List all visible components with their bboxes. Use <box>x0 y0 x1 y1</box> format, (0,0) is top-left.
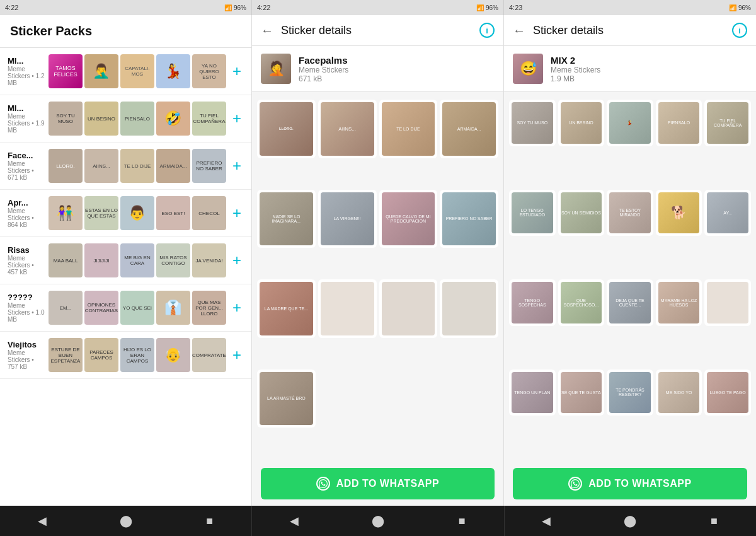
sticker-cell[interactable]: QUE SOSPECHOSO... <box>558 279 605 326</box>
pack-name-mix2: MIX 2 <box>551 55 600 66</box>
pack-meta: Meme Stickers • 864 kB <box>8 207 45 228</box>
list-item[interactable]: ????? Meme Stickers • 1.0 MB EM... OPINI… <box>0 284 251 332</box>
info-button-2[interactable]: i <box>479 23 495 38</box>
sticker-cell[interactable]: 💃 <box>607 100 653 146</box>
preview-thumb: COMPRATATE <box>192 338 226 372</box>
sticker-cell[interactable]: SÉ QUE TE GUSTA <box>558 370 605 416</box>
sticker-grid-facepalms: LLORO. AIINS... TE LO DIJE ARMAIDA... NA… <box>252 95 503 462</box>
sticker-cell[interactable]: ME SIDO YO <box>656 370 702 416</box>
recents-nav-button-3[interactable]: ■ <box>704 511 724 531</box>
sticker-cell[interactable]: QUEDE CALVO DE MI PREOCUPACION <box>379 190 438 248</box>
whatsapp-icon-3 <box>568 477 582 491</box>
panel-detail-facepalms: ← Sticker details i 🤦 Facepalms Meme Sti… <box>252 15 504 506</box>
add-to-whatsapp-button-3[interactable]: ADD TO WHATSAPP <box>513 468 747 499</box>
list-item[interactable]: Viejitos Meme Stickers • 757 kB ESTUBE D… <box>0 332 251 379</box>
sticker-cell[interactable]: LA VIRGEN!!! <box>318 190 377 248</box>
whatsapp-icon-2 <box>316 477 330 491</box>
add-pack-button[interactable]: + <box>230 344 244 366</box>
info-button-3[interactable]: i <box>732 23 747 38</box>
panel-sticker-packs: Sticker Packs MI... Meme Stickers • 1.2 … <box>0 15 252 506</box>
preview-thumb: 👫 <box>49 196 83 230</box>
pack-info-mix2: 😅 MIX 2 Meme Stickers 1.9 MB <box>504 46 756 92</box>
preview-thumb: AIINS... <box>84 149 118 183</box>
home-nav-button-1[interactable]: ⬤ <box>116 511 136 531</box>
recents-nav-button-2[interactable]: ■ <box>452 511 472 531</box>
back-button-2[interactable]: ← <box>261 23 273 38</box>
sticker-cell[interactable]: LO TENGO ESTUDIADO <box>509 190 556 236</box>
sticker-cell[interactable]: PREFIERO NO SABER <box>440 190 498 248</box>
add-to-whatsapp-button-2[interactable]: ADD TO WHATSAPP <box>261 468 495 499</box>
sticker-cell[interactable]: AY... <box>704 190 751 236</box>
list-item[interactable]: MI... Meme Stickers • 1.2 MB TAMOS FELIC… <box>0 48 251 95</box>
pack-meta: Meme Stickers • 1.2 MB <box>8 66 45 86</box>
add-pack-button[interactable]: + <box>230 60 244 83</box>
status-bar-2: 4:22 📶 96% <box>252 0 504 15</box>
sticker-cell[interactable]: LLORO. <box>257 100 316 158</box>
sticker-cell[interactable]: MYRAME HA LOZ HUESOS <box>656 279 702 326</box>
sticker-cell[interactable]: TE PONDRÁS RESISTIR? <box>607 370 653 416</box>
list-item[interactable]: Face... Meme Stickers • 671 kB LLORO. AI… <box>0 143 251 190</box>
add-pack-button[interactable]: + <box>230 296 244 319</box>
sticker-cell[interactable]: AIINS... <box>318 100 377 158</box>
sticker-cell[interactable]: TENGO UN PLAN <box>509 370 556 416</box>
main-panels: Sticker Packs MI... Meme Stickers • 1.2 … <box>0 15 756 506</box>
pack-short-name: Apr... <box>8 198 45 207</box>
back-nav-button-2[interactable]: ◀ <box>284 511 304 531</box>
pack-size-facepalms: 671 kB <box>299 74 348 83</box>
preview-thumb: 🤣 <box>156 102 190 136</box>
sticker-cell[interactable]: TE LO DIJE <box>379 100 438 158</box>
sticker-cell[interactable]: LA MADRE QUE TE... <box>257 279 316 338</box>
battery-2: 96% <box>486 4 498 11</box>
sticker-cell[interactable]: ARMAIDA... <box>440 100 498 158</box>
home-nav-button-2[interactable]: ⬤ <box>368 511 388 531</box>
sticker-cell[interactable] <box>379 279 438 338</box>
sticker-cell[interactable]: TE ESTOY MIRANDO <box>607 190 653 236</box>
sticker-cell[interactable]: LUEGO TE PAGO <box>704 370 751 416</box>
home-nav-button-3[interactable]: ⬤ <box>620 511 640 531</box>
preview-thumb: ME BIG EN CARA <box>120 243 154 277</box>
status-bars: 4:22 📶 96% 4:22 📶 96% 4:23 📶 96% <box>0 0 756 15</box>
panel-1-title: Sticker Packs <box>10 24 241 38</box>
pack-size-mix2: 1.9 MB <box>551 74 600 83</box>
add-pack-button[interactable]: + <box>230 249 244 272</box>
list-item[interactable]: Apr... Meme Stickers • 864 kB 👫 ESTAS EN… <box>0 190 251 237</box>
preview-thumb: PARECES CAMPOS <box>84 338 118 372</box>
pack-short-name: ????? <box>8 293 45 302</box>
status-bar-3: 4:23 📶 96% <box>504 0 756 15</box>
status-bar-1: 4:22 📶 96% <box>0 0 252 15</box>
sticker-cell[interactable]: TU FIEL COMPAÑERA <box>704 100 751 146</box>
preview-thumb: LLORO. <box>49 149 83 183</box>
sticker-cell[interactable] <box>318 279 377 338</box>
list-item[interactable]: MI... Meme Stickers • 1.9 MB SOY TU MUSO… <box>0 95 251 143</box>
add-pack-button[interactable]: + <box>230 107 244 130</box>
preview-thumb: ARMAIDA... <box>156 149 190 183</box>
sticker-cell[interactable]: DEJA QUE TE CUENTE... <box>607 279 653 326</box>
recents-nav-button-1[interactable]: ■ <box>200 511 220 531</box>
preview-thumb: 👴 <box>156 338 190 372</box>
back-nav-button-3[interactable]: ◀ <box>536 511 556 531</box>
back-button-3[interactable]: ← <box>513 23 525 38</box>
back-nav-button-1[interactable]: ◀ <box>32 511 52 531</box>
sticker-cell[interactable]: PIENSALO <box>656 100 702 146</box>
sticker-cell[interactable]: UN BESINO <box>558 100 605 146</box>
time-3: 4:23 <box>509 4 522 11</box>
sticker-cell[interactable] <box>704 279 751 326</box>
sticker-cell[interactable]: TENGO SOSPECHAS <box>509 279 556 326</box>
preview-thumb: 💃 <box>156 54 190 88</box>
sticker-cell[interactable]: SOY TU MUSO <box>509 100 556 146</box>
pack-short-name: Face... <box>8 151 45 160</box>
add-pack-button[interactable]: + <box>230 154 244 177</box>
pack-short-name: Risas <box>8 245 45 255</box>
preview-thumb: TU FIEL COMPAÑERA <box>192 102 226 136</box>
sticker-cell[interactable]: 🐕 <box>656 190 702 236</box>
list-item[interactable]: Risas Meme Stickers • 457 kB MAA BALL JI… <box>0 237 251 284</box>
sticker-cell[interactable]: LA ARMASTÉ BRO <box>257 370 316 428</box>
sticker-cell[interactable] <box>440 279 498 338</box>
add-pack-button[interactable]: + <box>230 202 244 224</box>
sticker-cell[interactable]: NADIE SE LO IMAGINARA... <box>257 190 316 248</box>
pack-submeta-mix2: Meme Stickers <box>551 66 600 74</box>
pack-thumb-mix2: 😅 <box>513 54 543 84</box>
pack-meta: Meme Stickers • 457 kB <box>8 255 45 276</box>
sticker-pack-list[interactable]: MI... Meme Stickers • 1.2 MB TAMOS FELIC… <box>0 48 251 506</box>
sticker-cell[interactable]: SOY UN SEMIDIOS <box>558 190 605 236</box>
